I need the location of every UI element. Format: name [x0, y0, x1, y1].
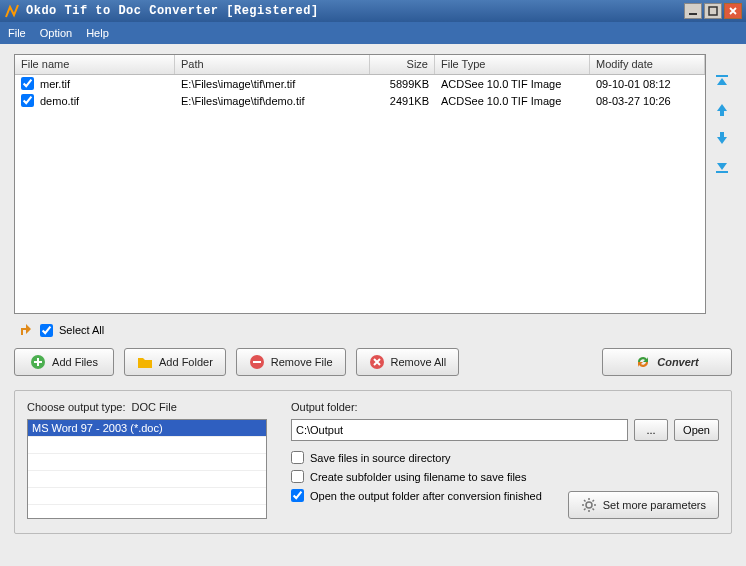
output-type-label: Choose output type: — [27, 401, 125, 413]
browse-button[interactable]: ... — [634, 419, 668, 441]
convert-icon — [635, 354, 651, 370]
select-all-label: Select All — [59, 324, 104, 336]
add-folder-button[interactable]: Add Folder — [124, 348, 226, 376]
file-list[interactable]: File name Path Size File Type Modify dat… — [14, 54, 706, 314]
settings-panel: Choose output type: DOC File MS Word 97 … — [14, 390, 732, 534]
create-subfolder-label: Create subfolder using filename to save … — [310, 471, 526, 483]
plus-icon — [30, 354, 46, 370]
maximize-button[interactable] — [704, 3, 722, 19]
select-all-checkbox[interactable] — [40, 324, 53, 337]
svg-rect-3 — [720, 110, 724, 116]
convert-label: Convert — [657, 356, 699, 368]
minimize-button[interactable] — [684, 3, 702, 19]
menu-option[interactable]: Option — [40, 27, 72, 39]
move-up-icon[interactable] — [714, 102, 730, 118]
file-path: E:\Files\image\tif\mer.tif — [175, 78, 370, 90]
table-row[interactable]: mer.tifE:\Files\image\tif\mer.tif5899KBA… — [15, 75, 705, 92]
table-row[interactable]: demo.tifE:\Files\image\tif\demo.tif2491K… — [15, 92, 705, 109]
svg-rect-5 — [716, 171, 728, 173]
file-name: mer.tif — [40, 78, 70, 90]
file-size: 2491KB — [370, 95, 435, 107]
add-files-label: Add Files — [52, 356, 98, 368]
remove-all-button[interactable]: Remove All — [356, 348, 460, 376]
reorder-toolbar — [712, 54, 732, 314]
output-type-list[interactable]: MS Word 97 - 2003 (*.doc) — [27, 419, 267, 519]
remove-all-label: Remove All — [391, 356, 447, 368]
up-level-icon[interactable] — [18, 322, 34, 338]
row-checkbox[interactable] — [21, 77, 34, 90]
menu-file[interactable]: File — [8, 27, 26, 39]
column-header-date[interactable]: Modify date — [590, 55, 705, 74]
open-after-checkbox[interactable] — [291, 489, 304, 502]
save-in-source-checkbox[interactable] — [291, 451, 304, 464]
column-header-size[interactable]: Size — [370, 55, 435, 74]
svg-rect-0 — [689, 13, 697, 15]
menubar: File Option Help — [0, 22, 746, 44]
row-checkbox[interactable] — [21, 94, 34, 107]
svg-point-10 — [586, 502, 592, 508]
window-title: Okdo Tif to Doc Converter [Registered] — [26, 4, 682, 18]
remove-file-button[interactable]: Remove File — [236, 348, 346, 376]
svg-rect-4 — [720, 132, 724, 138]
move-top-icon[interactable] — [714, 74, 730, 90]
move-bottom-icon[interactable] — [714, 158, 730, 174]
file-date: 08-03-27 10:26 — [590, 95, 705, 107]
file-name: demo.tif — [40, 95, 79, 107]
output-type-option[interactable]: MS Word 97 - 2003 (*.doc) — [28, 420, 266, 437]
file-type: ACDSee 10.0 TIF Image — [435, 95, 590, 107]
file-type: ACDSee 10.0 TIF Image — [435, 78, 590, 90]
minus-icon — [249, 354, 265, 370]
file-path: E:\Files\image\tif\demo.tif — [175, 95, 370, 107]
column-header-type[interactable]: File Type — [435, 55, 590, 74]
save-in-source-label: Save files in source directory — [310, 452, 451, 464]
gear-icon — [581, 497, 597, 513]
output-folder-input[interactable] — [291, 419, 628, 441]
remove-all-icon — [369, 354, 385, 370]
close-button[interactable] — [724, 3, 742, 19]
move-down-icon[interactable] — [714, 130, 730, 146]
more-parameters-button[interactable]: Set more parameters — [568, 491, 719, 519]
app-logo-icon — [4, 3, 20, 19]
open-after-label: Open the output folder after conversion … — [310, 490, 542, 502]
output-folder-label: Output folder: — [291, 401, 719, 413]
create-subfolder-checkbox[interactable] — [291, 470, 304, 483]
column-header-path[interactable]: Path — [175, 55, 370, 74]
svg-rect-1 — [709, 7, 717, 15]
file-list-header: File name Path Size File Type Modify dat… — [15, 55, 705, 75]
output-type-value: DOC File — [132, 401, 177, 413]
column-header-name[interactable]: File name — [15, 55, 175, 74]
folder-icon — [137, 354, 153, 370]
more-parameters-label: Set more parameters — [603, 499, 706, 511]
remove-file-label: Remove File — [271, 356, 333, 368]
add-files-button[interactable]: Add Files — [14, 348, 114, 376]
menu-help[interactable]: Help — [86, 27, 109, 39]
svg-rect-8 — [253, 361, 261, 363]
titlebar: Okdo Tif to Doc Converter [Registered] — [0, 0, 746, 22]
file-date: 09-10-01 08:12 — [590, 78, 705, 90]
open-folder-button[interactable]: Open — [674, 419, 719, 441]
convert-button[interactable]: Convert — [602, 348, 732, 376]
add-folder-label: Add Folder — [159, 356, 213, 368]
file-size: 5899KB — [370, 78, 435, 90]
svg-rect-2 — [716, 75, 728, 77]
